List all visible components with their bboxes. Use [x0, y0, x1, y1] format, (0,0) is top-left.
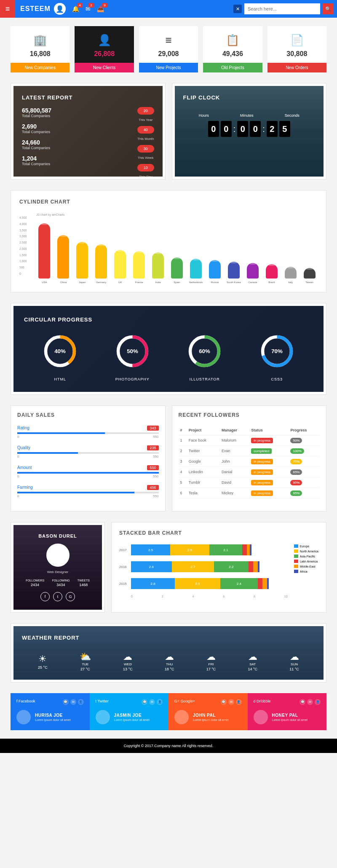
- stat-label: New Clients: [75, 63, 134, 72]
- stat-value: 26,808: [75, 50, 134, 58]
- weather-day: ☁THU18 °C: [165, 651, 174, 671]
- table-row: 3GoogleJohnin progress75%: [179, 456, 320, 467]
- cylinder-bar: Netherlands: [188, 259, 204, 284]
- social-card[interactable]: d Dribbble💬✉👤HONEY PALLorem ipsum dolor …: [248, 693, 327, 730]
- latest-report-title: LATEST REPORT: [22, 94, 154, 101]
- cylinder-bar: USA: [36, 223, 53, 284]
- stat-icon: 📄: [267, 34, 326, 47]
- progress-ring: 60%ILLUSTRATOR: [187, 333, 222, 381]
- menu-button[interactable]: ≡: [0, 0, 15, 18]
- search-input[interactable]: [244, 3, 320, 14]
- followers-title: RECENT FOLLOWERS: [179, 412, 320, 418]
- stat-card[interactable]: 👤26,808New Clients: [75, 26, 134, 72]
- circular-title: CIRCULAR PROGRESS: [24, 316, 313, 323]
- clock-digit: 5: [279, 121, 290, 137]
- progress-ring: 70%CSS3: [259, 333, 295, 381]
- cylinder-chart-card: CYLINDER CHART JS chart by amCharts 4,50…: [11, 190, 326, 292]
- chat-icon[interactable]: 💬: [221, 699, 227, 705]
- stat-label: New Projects: [139, 63, 198, 72]
- stacked-row: 20172.52.52.1: [119, 544, 288, 555]
- chat-icon[interactable]: 💬: [63, 699, 69, 705]
- weather-title: WEATHER REPORT: [22, 635, 315, 641]
- svg-text:40%: 40%: [55, 348, 66, 354]
- stat-value: 49,436: [203, 50, 262, 58]
- user-icon[interactable]: 👤: [157, 699, 163, 705]
- avatar: [174, 710, 189, 724]
- stat-label: New Orders: [267, 63, 326, 72]
- mail-icon[interactable]: ✉: [149, 699, 155, 705]
- google-icon[interactable]: G: [66, 592, 75, 601]
- search-button[interactable]: 🔍: [323, 3, 334, 14]
- twitter-icon[interactable]: t: [53, 592, 62, 601]
- flip-clock-title: FLIP CLOCK: [183, 94, 316, 101]
- cylinder-bar: Taiwan: [301, 268, 318, 284]
- table-row: 2TwitterEvancompleted100%: [179, 446, 320, 456]
- profile-avatar: [46, 544, 70, 567]
- stat-icon: 📋: [203, 34, 262, 47]
- stat-card[interactable]: ≡29,008New Projects: [139, 26, 198, 72]
- clock-digit: 0: [237, 121, 248, 137]
- cylinder-bar: Spain: [169, 257, 185, 284]
- chat-icon[interactable]: 💬: [300, 699, 305, 705]
- bell-icon[interactable]: 🔔4: [72, 5, 79, 12]
- stacked-row: 20152.82.92.4: [119, 578, 288, 589]
- cylinder-bar: Russia: [206, 260, 223, 284]
- weather-day: ☁SAT14 °C: [248, 651, 257, 671]
- sales-item: Quality2350550: [17, 445, 159, 458]
- weather-day: ☁WED13 °C: [123, 651, 133, 671]
- chat-icon[interactable]: 💬: [142, 699, 147, 705]
- avatar[interactable]: 👤: [54, 3, 66, 15]
- brand: ESTEEM: [20, 5, 51, 13]
- profile-name: BASON DUREL: [22, 533, 94, 538]
- mail-icon[interactable]: ✉2: [86, 5, 91, 12]
- close-icon[interactable]: ✕: [233, 5, 242, 13]
- weather-day: ⛅TUE27 °C: [80, 651, 91, 671]
- cylinder-bar: South Korea: [225, 262, 242, 284]
- daily-sales-title: DAILY SALES: [17, 412, 159, 418]
- progress-ring: 50%PHOTOGRAPHY: [115, 333, 150, 381]
- social-row: f Facebook💬✉👤HURISA JOELorem ipsum dolor…: [11, 693, 326, 730]
- avatar: [254, 710, 268, 724]
- clock-digit: 0: [250, 121, 261, 137]
- weather-day: ☀25 °C: [38, 654, 48, 670]
- stat-card[interactable]: 📋49,436Old Projects: [203, 26, 262, 72]
- circular-progress-card: CIRCULAR PROGRESS 40%HTML50%PHOTOGRAPHY6…: [11, 303, 326, 395]
- weather-day: ☁SUN11 °C: [289, 651, 299, 671]
- latest-report-card: LATEST REPORT 65,800,587Total Companies2…: [11, 83, 166, 179]
- top-icons: 🔔4 ✉2 📥9: [72, 5, 104, 12]
- facebook-icon[interactable]: f: [40, 592, 50, 601]
- recent-followers-card: RECENT FOLLOWERS #ProjectManagerStatusPr…: [172, 405, 327, 512]
- mail-icon[interactable]: ✉: [228, 699, 234, 705]
- stat-value: 30,808: [267, 50, 326, 58]
- cylinder-bar: Germany: [93, 244, 110, 284]
- footer: Copyright © 2017.Company name All rights…: [0, 739, 337, 753]
- user-icon[interactable]: 👤: [236, 699, 242, 705]
- mail-icon[interactable]: ✉: [70, 699, 76, 705]
- inbox-icon[interactable]: 📥9: [97, 5, 104, 12]
- stat-icon: 🏢: [11, 34, 70, 47]
- avatar: [16, 710, 31, 724]
- social-card[interactable]: t Twitter💬✉👤JASMIN JOELorem ipsum dolor …: [90, 693, 169, 730]
- social-card[interactable]: G+ Google+💬✉👤JOHN PALLorem ipsum dolor s…: [168, 693, 248, 730]
- mail-icon[interactable]: ✉: [307, 699, 313, 705]
- cylinder-bar: Brazil: [263, 264, 280, 284]
- avatar: [96, 710, 110, 724]
- stats-row: 🏢16,808New Companies👤26,808New Clients≡2…: [11, 26, 326, 72]
- social-card[interactable]: f Facebook💬✉👤HURISA JOELorem ipsum dolor…: [11, 693, 90, 730]
- table-row: 1Face bookMalorumin progress50%: [179, 435, 320, 446]
- stat-card[interactable]: 🏢16,808New Companies: [11, 26, 70, 72]
- weather-day: ☁FRI17 °C: [206, 651, 216, 671]
- user-icon[interactable]: 👤: [78, 699, 84, 705]
- stat-value: 16,808: [11, 50, 70, 58]
- weather-card: WEATHER REPORT ☀25 °C⛅TUE27 °C☁WED13 °C☁…: [11, 623, 326, 683]
- user-icon[interactable]: 👤: [315, 699, 321, 705]
- stat-label: Old Projects: [203, 63, 262, 72]
- stat-card[interactable]: 📄30,808New Orders: [267, 26, 326, 72]
- cylinder-bar: India: [150, 252, 166, 284]
- clock-digit: 0: [221, 121, 232, 137]
- table-row: 6TeslaMickeyin progress95%: [179, 488, 320, 498]
- cylinder-bar: Italy: [282, 267, 299, 284]
- profile-role: Web Designer: [22, 570, 94, 574]
- sales-item: Rating3430550: [17, 426, 159, 439]
- cylinder-bar: China: [55, 235, 72, 284]
